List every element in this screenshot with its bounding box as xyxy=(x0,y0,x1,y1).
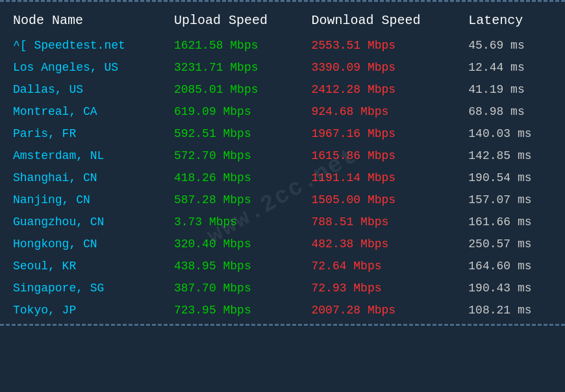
table-row: Shanghai, CN418.26 Mbps1191.14 Mbps190.5… xyxy=(5,167,560,189)
speed-table: Node Name Upload Speed Download Speed La… xyxy=(5,8,560,321)
cell-upload: 587.28 Mbps xyxy=(166,189,304,211)
cell-download: 1191.14 Mbps xyxy=(303,167,460,189)
cell-latency: 12.44 ms xyxy=(460,56,560,79)
table-row: Tokyo, JP723.95 Mbps2007.28 Mbps108.21 m… xyxy=(5,299,560,321)
table-row: Los Angeles, US3231.71 Mbps3390.09 Mbps1… xyxy=(5,56,560,79)
table-row: Hongkong, CN320.40 Mbps482.38 Mbps250.57… xyxy=(5,233,560,255)
cell-upload: 418.26 Mbps xyxy=(166,167,304,189)
table-row: Guangzhou, CN3.73 Mbps788.51 Mbps161.66 … xyxy=(5,211,560,233)
cell-upload: 572.70 Mbps xyxy=(166,145,304,167)
cell-download: 2412.28 Mbps xyxy=(303,79,460,101)
cell-latency: 108.21 ms xyxy=(460,299,560,321)
cell-latency: 190.43 ms xyxy=(460,277,560,299)
cell-latency: 250.57 ms xyxy=(460,233,560,255)
cell-upload: 592.51 Mbps xyxy=(166,123,304,145)
header-upload: Upload Speed xyxy=(166,8,304,34)
cell-latency: 142.85 ms xyxy=(460,145,560,167)
cell-download: 788.51 Mbps xyxy=(303,211,460,233)
bottom-border xyxy=(0,324,565,329)
cell-node: Singapore, SG xyxy=(5,277,166,299)
table-row: Nanjing, CN587.28 Mbps1505.00 Mbps157.07… xyxy=(5,189,560,211)
cell-upload: 3.73 Mbps xyxy=(166,211,304,233)
cell-node: Seoul, KR xyxy=(5,255,166,277)
cell-node: Paris, FR xyxy=(5,123,166,145)
cell-upload: 438.95 Mbps xyxy=(166,255,304,277)
cell-download: 2553.51 Mbps xyxy=(303,34,460,56)
main-container: www.2cc.net Node Name Upload Speed Downl… xyxy=(0,8,565,321)
cell-download: 924.68 Mbps xyxy=(303,101,460,123)
cell-upload: 387.70 Mbps xyxy=(166,277,304,299)
cell-latency: 161.66 ms xyxy=(460,211,560,233)
table-row: ^[ Speedtest.net1621.58 Mbps2553.51 Mbps… xyxy=(5,34,560,56)
cell-download: 1505.00 Mbps xyxy=(303,189,460,211)
cell-download: 3390.09 Mbps xyxy=(303,56,460,79)
cell-latency: 45.69 ms xyxy=(460,34,560,56)
cell-node: Amsterdam, NL xyxy=(5,145,166,167)
cell-node: Hongkong, CN xyxy=(5,233,166,255)
cell-upload: 2085.01 Mbps xyxy=(166,79,304,101)
cell-node: ^[ Speedtest.net xyxy=(5,34,166,56)
cell-latency: 68.98 ms xyxy=(460,101,560,123)
table-row: Singapore, SG387.70 Mbps72.93 Mbps190.43… xyxy=(5,277,560,299)
cell-node: Los Angeles, US xyxy=(5,56,166,79)
table-row: Paris, FR592.51 Mbps1967.16 Mbps140.03 m… xyxy=(5,123,560,145)
header-node: Node Name xyxy=(5,8,166,34)
cell-upload: 619.09 Mbps xyxy=(166,101,304,123)
cell-latency: 157.07 ms xyxy=(460,189,560,211)
cell-upload: 1621.58 Mbps xyxy=(166,34,304,56)
top-border xyxy=(0,0,565,5)
cell-node: Shanghai, CN xyxy=(5,167,166,189)
table-header-row: Node Name Upload Speed Download Speed La… xyxy=(5,8,560,34)
cell-upload: 723.95 Mbps xyxy=(166,299,304,321)
cell-node: Tokyo, JP xyxy=(5,299,166,321)
cell-download: 72.64 Mbps xyxy=(303,255,460,277)
table-row: Dallas, US2085.01 Mbps2412.28 Mbps41.19 … xyxy=(5,79,560,101)
header-download: Download Speed xyxy=(303,8,460,34)
table-row: Seoul, KR438.95 Mbps72.64 Mbps164.60 ms xyxy=(5,255,560,277)
table-body: ^[ Speedtest.net1621.58 Mbps2553.51 Mbps… xyxy=(5,34,560,321)
cell-upload: 320.40 Mbps xyxy=(166,233,304,255)
cell-download: 1615.86 Mbps xyxy=(303,145,460,167)
cell-download: 72.93 Mbps xyxy=(303,277,460,299)
cell-upload: 3231.71 Mbps xyxy=(166,56,304,79)
header-latency: Latency xyxy=(460,8,560,34)
cell-node: Nanjing, CN xyxy=(5,189,166,211)
cell-latency: 41.19 ms xyxy=(460,79,560,101)
cell-node: Guangzhou, CN xyxy=(5,211,166,233)
cell-download: 482.38 Mbps xyxy=(303,233,460,255)
table-row: Montreal, CA619.09 Mbps924.68 Mbps68.98 … xyxy=(5,101,560,123)
cell-download: 2007.28 Mbps xyxy=(303,299,460,321)
cell-latency: 164.60 ms xyxy=(460,255,560,277)
cell-latency: 190.54 ms xyxy=(460,167,560,189)
cell-node: Dallas, US xyxy=(5,79,166,101)
cell-latency: 140.03 ms xyxy=(460,123,560,145)
cell-download: 1967.16 Mbps xyxy=(303,123,460,145)
table-row: Amsterdam, NL572.70 Mbps1615.86 Mbps142.… xyxy=(5,145,560,167)
cell-node: Montreal, CA xyxy=(5,101,166,123)
